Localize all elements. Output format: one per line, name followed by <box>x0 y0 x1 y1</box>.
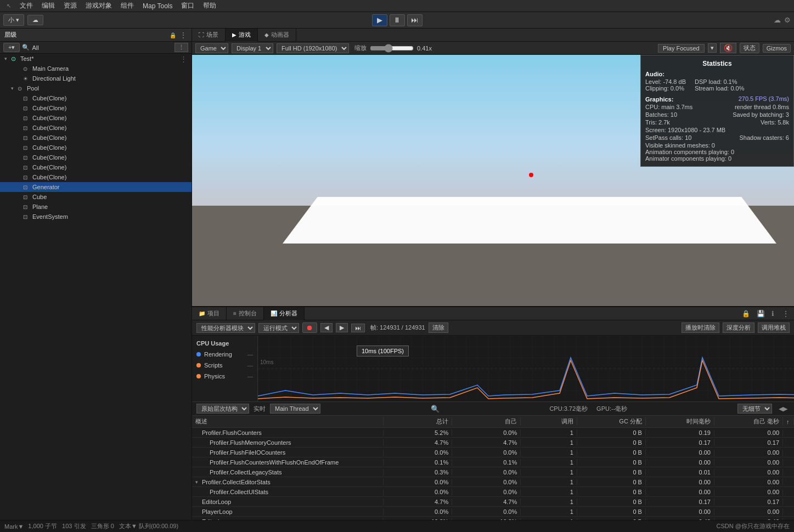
table-row[interactable]: ▾ Profiler.CollectEditorStats 0.0% 0.0% … <box>192 477 794 487</box>
tree-item-cube[interactable]: ⊡ Cube <box>0 192 192 202</box>
table-row[interactable]: Profiler.CollectUIStats 0.0% 0.0% 1 0 B … <box>192 487 794 497</box>
play-focused-button[interactable]: Play Focused <box>658 44 705 53</box>
tree-label-test: Test* <box>20 55 33 62</box>
col-header-total[interactable]: 总计 <box>384 417 452 426</box>
tree-item-test[interactable]: ▾ ⊙ Test* ⋮ <box>0 54 192 64</box>
profiler-record-btn[interactable]: ⏺ <box>302 322 317 333</box>
tree-item-cube8[interactable]: ⊡Cube(Clone) <box>0 162 192 172</box>
tree-item-main-camera[interactable]: ⊙ Main Camera <box>0 64 192 73</box>
scale-slider[interactable] <box>370 44 414 53</box>
table-row[interactable]: Profiler.FlushCounters 5.2% 0.0% 1 0 B 0… <box>192 428 794 438</box>
game-view-mode-select[interactable]: Game <box>195 43 228 53</box>
col-header-arrow[interactable]: ↑ <box>783 418 794 425</box>
cpu-graph[interactable]: 10ms 10ms (100FPS) <box>258 336 794 401</box>
table-row[interactable]: Profiler.FlushFileIOCounters 0.0% 0.0% 1… <box>192 448 794 457</box>
play-button[interactable]: ▶ <box>372 14 387 26</box>
hierarchy-lock-icon[interactable] <box>170 32 176 38</box>
hierarchy-options-btn[interactable]: ⋮ <box>174 43 188 52</box>
tree-arrow-test: ▾ <box>4 56 11 61</box>
tree-icon-cube6: ⊡ <box>23 145 31 151</box>
tab-console[interactable]: ≡ 控制台 <box>227 307 264 320</box>
stats-button[interactable]: 状态 <box>740 43 759 53</box>
tree-item-cube3[interactable]: ⊡Cube(Clone) <box>0 113 192 123</box>
cpu-label-rendering[interactable]: Rendering — <box>192 349 257 360</box>
tab-profiler[interactable]: 📊 分析器 <box>264 307 305 320</box>
size-dropdown[interactable]: 小 ▾ <box>3 14 24 26</box>
panel-lock-icon[interactable]: 🔒 <box>739 310 753 318</box>
tree-dots-test[interactable]: ⋮ <box>180 55 187 63</box>
menu-file[interactable]: 文件 <box>15 1 37 10</box>
tab-game[interactable]: ▶ 游戏 <box>226 29 258 42</box>
thread-select[interactable]: Main Thread <box>270 404 320 414</box>
resolution-select[interactable]: Full HD (1920x1080) <box>277 43 349 53</box>
profiler-mode-select[interactable]: 运行模式 <box>258 323 299 333</box>
tree-item-pool[interactable]: ▾ ⊙ Pool <box>0 83 192 93</box>
table-row[interactable]: ▾ EditorLoop 10.8% 10.8% 1 0 B 0.40 0.40 <box>192 517 794 520</box>
table-row[interactable]: Profiler.FlushMemoryCounters 4.7% 4.7% 1… <box>192 438 794 448</box>
profiler-clear-btn[interactable]: 清除 <box>429 322 448 333</box>
tree-label-plane: Plane <box>32 203 48 210</box>
col-header-self[interactable]: 自己 <box>452 417 521 426</box>
profiler-clear-on-play-btn[interactable]: 播放时清除 <box>682 322 719 333</box>
tree-item-cube2[interactable]: ⊡Cube(Clone) <box>0 103 192 113</box>
menu-help[interactable]: 帮助 <box>199 1 221 10</box>
hierarchy-type-select[interactable]: 原始层次结构 <box>196 404 249 414</box>
menu-maptools[interactable]: Map Tools <box>138 2 177 10</box>
profiler-last-btn[interactable]: ⏭ <box>351 324 365 332</box>
profiler-module-select[interactable]: 性能分析器模块 <box>196 323 255 333</box>
profiler-prev-btn[interactable]: ◀ <box>320 323 333 332</box>
cpu-label-scripts[interactable]: Scripts — <box>192 360 257 371</box>
tree-item-cube7[interactable]: ⊡Cube(Clone) <box>0 152 192 162</box>
panel-dots-icon[interactable]: ⋮ <box>778 309 794 318</box>
tree-item-dir-light[interactable]: ☀ Directional Light <box>0 73 192 83</box>
profiler-next-btn[interactable]: ▶ <box>336 323 348 332</box>
tree-item-cube4[interactable]: ⊡Cube(Clone) <box>0 123 192 133</box>
mute-icon[interactable]: 🔇 <box>720 43 736 53</box>
detail-select[interactable]: 无细节 <box>737 404 772 414</box>
profiler-callstack-btn[interactable]: 调用堆栈 <box>758 322 790 333</box>
tree-item-generator[interactable]: ⊡ Generator <box>0 182 192 192</box>
dropdown-icon[interactable]: ▾ <box>708 43 717 53</box>
tree-item-cube9[interactable]: ⊡Cube(Clone) <box>0 172 192 182</box>
tree-item-cube5[interactable]: ⊡Cube(Clone) <box>0 133 192 143</box>
hierarchy-title: 层级 <box>4 31 16 39</box>
detail-options-btn[interactable]: ◀▶ <box>776 405 790 412</box>
row-selfms: 0.00 <box>714 459 783 466</box>
tree-item-plane[interactable]: ⊡ Plane <box>0 202 192 212</box>
step-button[interactable]: ⏭ <box>407 14 423 26</box>
tab-scene[interactable]: ⛶ 场景 <box>192 29 226 42</box>
menu-gameobject[interactable]: 游戏对象 <box>81 1 116 10</box>
col-header-time[interactable]: 时间毫秒 <box>646 417 714 426</box>
panel-info-icon[interactable]: ℹ <box>768 310 778 318</box>
cpu-label-physics[interactable]: Physics — <box>192 371 257 382</box>
menu-window[interactable]: 窗口 <box>177 1 199 10</box>
col-header-selfms[interactable]: 自己 毫秒 <box>714 417 783 426</box>
tree-item-cube6[interactable]: ⊡Cube(Clone) <box>0 143 192 152</box>
table-row[interactable]: EditorLoop 4.7% 4.7% 1 0 B 0.17 0.17 <box>192 497 794 507</box>
menu-edit[interactable]: 编辑 <box>37 1 59 10</box>
display-select[interactable]: Display 1 <box>232 43 273 53</box>
gizmos-button[interactable]: Gizmos <box>763 44 791 53</box>
table-row[interactable]: PlayerLoop 0.0% 0.0% 1 0 B 0.00 0.00 <box>192 507 794 517</box>
hierarchy-dots-icon[interactable] <box>179 31 187 39</box>
menu-assets[interactable]: 资源 <box>59 1 81 10</box>
row-total: 5.2% <box>384 429 452 436</box>
mark-label[interactable]: Mark▼ <box>4 523 24 530</box>
table-row[interactable]: Profiler.CollectLegacyStats 0.3% 0.0% 1 … <box>192 467 794 477</box>
cloud-button[interactable]: ☁ <box>27 15 43 25</box>
pause-button[interactable]: ⏸ <box>390 14 405 26</box>
profiler-deep-profile-btn[interactable]: 深度分析 <box>723 322 754 333</box>
search-profiler-icon[interactable]: 🔍 <box>431 405 440 413</box>
panel-save-icon[interactable]: 💾 <box>753 310 768 318</box>
col-header-calls[interactable]: 调用 <box>521 417 577 426</box>
col-header-gc[interactable]: GC 分配 <box>577 417 646 426</box>
table-row[interactable]: Profiler.FlushCountersWithFlushOnEndOfFr… <box>192 457 794 467</box>
tab-project[interactable]: 📁 项目 <box>192 307 227 320</box>
add-hierarchy-btn[interactable]: +▾ <box>3 43 20 52</box>
toolbar-settings-icon[interactable]: ⚙ <box>784 16 791 24</box>
menu-component[interactable]: 组件 <box>116 1 138 10</box>
tree-item-cube1[interactable]: ⊡Cube(Clone) <box>0 93 192 103</box>
tree-item-eventsystem[interactable]: ⊡ EventSystem <box>0 212 192 222</box>
game-view-container: Statistics Audio: Level: -74.8 dB Clippi… <box>192 55 794 520</box>
tab-animator[interactable]: ◆ 动画器 <box>258 29 296 42</box>
